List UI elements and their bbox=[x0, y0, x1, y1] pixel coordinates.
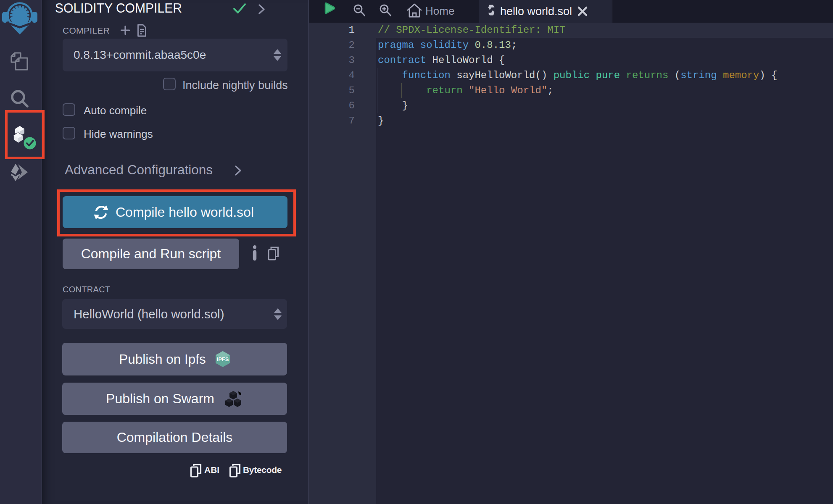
svg-text:IPFS: IPFS bbox=[216, 356, 229, 362]
